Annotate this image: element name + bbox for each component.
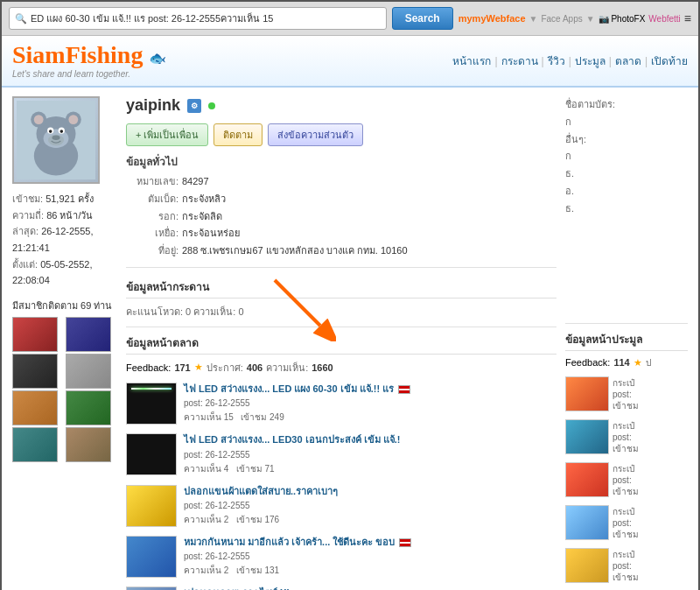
follow-button[interactable]: ติดตาม <box>214 123 262 146</box>
hook-label: เหยื่อ: <box>126 225 178 242</box>
mywebface-logo[interactable]: mymyWebface <box>458 13 526 24</box>
right-feedback-label: Feedback: <box>565 357 610 368</box>
listing-meta-3: post: 26-12-2555ความเห็น 2 เข้าชม 176 <box>184 499 556 527</box>
followers-text: มีสมาชิกติดตาม 69 ท่าน <box>12 298 117 313</box>
sidebar-info-2: กระเป๋post:เข้าชม <box>612 419 639 455</box>
profile-username-row: yaipink ⚙ <box>126 96 556 115</box>
address-val: 288 ซ.เพชรเกษม67 แขวงหลักสอง บางแค กทม. … <box>182 242 408 260</box>
hook-val: กระจ้อนหร่อย <box>182 225 240 242</box>
sidebar-listing-4: กระเป๋post:เข้าชม <box>565 505 688 541</box>
right-label1: ชื่อตามบัตร: <box>565 99 615 109</box>
follower-thumb-4 <box>66 354 111 389</box>
browser-window: 🔍 ED แผง 60-30 เข้ม แจ้.!! แร post: 26-1… <box>0 0 700 590</box>
flag-icon-1 <box>398 385 410 394</box>
right-market-title: ข้อมูลหน้าประมูล <box>565 331 688 351</box>
profile-left: เข้าชม: 51,921 ครั้ง ความถี่: 86 หน้า/วั… <box>12 96 117 590</box>
forum-stats: คะแนนโหวด: 0 ความเห็น: 0 <box>126 304 556 320</box>
feedback-num: 171 <box>174 362 190 373</box>
nav-sep2: | <box>542 55 544 67</box>
follower-thumb-6 <box>66 390 111 425</box>
right-feedback-line: Feedback: 114 ★ ป <box>565 356 688 369</box>
right-label2: อื่นๆ: <box>565 134 586 144</box>
sidebar-thumb-5 <box>565 548 609 583</box>
member-no-val: 84297 <box>182 173 209 191</box>
nav-open[interactable]: เปิดท้าย <box>651 53 688 69</box>
listing-title-1[interactable]: ไฟ LED สว่างแรงง... LED แผง 60-30 เข้ม แ… <box>184 383 556 395</box>
listing-info-5: เปลนอนลายพราง ไซส์ XL post: 26-12-2555คว… <box>184 586 556 590</box>
announce-label: ประกาศ: <box>206 360 243 376</box>
right-divider <box>565 323 688 324</box>
sidebar-thumb-4 <box>565 505 609 540</box>
sidebar-thumb-1 <box>565 376 609 411</box>
views-val: 1660 <box>312 362 332 373</box>
follower-thumb-3 <box>12 354 58 389</box>
posts-val: 86 หน้า/วัน <box>46 210 93 221</box>
profile-avatar <box>12 96 100 184</box>
listing-item-1: ไฟ LED สว่างแรงง... LED แผง 60-30 เข้ม แ… <box>126 383 556 425</box>
sep2: ▼ <box>586 14 595 24</box>
toolbar-icons: mymyWebface ▼ Face Apps ▼ 📷 PhotoFX Webf… <box>458 11 691 25</box>
nav-home[interactable]: หน้าแรก <box>452 53 491 69</box>
listing-thumb-4 <box>126 536 177 578</box>
right-val5: ธ. <box>565 200 688 218</box>
listing-title-4[interactable]: หมวกกันหนาม มาอีกแล้ว เจ้าคร้า... ใช้ดีน… <box>184 536 556 548</box>
add-friend-button[interactable]: + เพิ่มเป็นเพื่อน <box>126 123 208 146</box>
address-bar[interactable]: 🔍 ED แผง 60-30 เข้ม แจ้.!! แร post: 26-1… <box>9 7 387 30</box>
market-left-section: ข้อมูลหน้าตลาด Feedback: 171 ★ ประกาศ: 4… <box>126 334 556 590</box>
listing-item-2: ไฟ LED สว่างแรงง... LED30 เอนกประสงค์ เข… <box>126 433 556 475</box>
listing-item-4: หมวกกันหนาม มาอีกแล้ว เจ้าคร้า... ใช้ดีน… <box>126 536 556 578</box>
right-val3: ธ. <box>565 165 688 183</box>
follower-thumb-5 <box>12 390 58 425</box>
role-label: รอก: <box>126 208 178 226</box>
followed-section: มีสมาชิกติดตาม 69 ท่าน <box>12 298 117 462</box>
photofx-label[interactable]: 📷 PhotoFX <box>598 14 646 24</box>
hook-row: เหยื่อ: กระจ้อนหร่อย <box>126 225 556 242</box>
profile-stats: เข้าชม: 51,921 ครั้ง ความถี่: 86 หน้า/วั… <box>12 191 117 289</box>
right-val4: อ. <box>565 183 688 200</box>
listing-title-3[interactable]: ปลอกแขนผ้าแตดใส่สบาย..ราคาเบาๆ <box>184 485 556 497</box>
search-button[interactable]: Search <box>392 7 453 30</box>
nav-market[interactable]: ตลาด <box>615 53 641 69</box>
sep1: ▼ <box>529 14 538 24</box>
face-apps-label[interactable]: Face Apps <box>541 14 582 24</box>
sidebar-listing-2: กระเป๋post:เข้าชม <box>565 419 688 455</box>
profile-right: yaipink ⚙ + เพิ่มเป็นเพื่อน ติดตาม ส่งข้… <box>126 96 556 590</box>
forum-section-title: ข้อมูลหน้ากระดาน <box>126 278 556 299</box>
general-info-title: ข้อมูลทั่วไป <box>126 153 556 170</box>
listing-info-3: ปลอกแขนผ้าแตดใส่สบาย..ราคาเบาๆ post: 26-… <box>184 485 556 527</box>
svg-point-13 <box>48 135 64 146</box>
listing-title-2[interactable]: ไฟ LED สว่างแรงง... LED30 เอนกประสงค์ เข… <box>184 433 556 446</box>
nav-sep3: | <box>569 55 571 67</box>
feedback-line: Feedback: 171 ★ ประกาศ: 406 ความเห็น: 16… <box>126 360 556 376</box>
rank-val: กระจังหลิว <box>182 191 226 208</box>
role-row: รอก: กระจัดลิด <box>126 208 556 226</box>
right-p-label: ป <box>646 356 651 369</box>
member-no-row: หมายเลข: 84297 <box>126 173 556 191</box>
follower-thumb-8 <box>66 427 111 462</box>
message-button[interactable]: ส่งข้อความส่วนตัว <box>268 123 363 146</box>
site-logo: SiamFishing 🐟 Let's share and learn toge… <box>12 43 166 79</box>
listing-meta-4: post: 26-12-2555ความเห็น 2 เข้าชม 131 <box>184 550 556 578</box>
member-no-label: หมายเลข: <box>126 173 178 191</box>
listing-info-2: ไฟ LED สว่างแรงง... LED30 เอนกประสงค์ เข… <box>184 433 556 475</box>
svg-point-10 <box>49 130 52 133</box>
logo-text: SiamFishing 🐟 <box>12 43 166 67</box>
listing-item-5: เปลนอนลายพราง ไซส์ XL post: 26-12-2555คว… <box>126 586 556 590</box>
posts-label: ความถี่: <box>12 210 44 221</box>
announce-val: 406 <box>247 362 262 373</box>
registered-label: ตั้งแต่: <box>12 259 38 270</box>
sidebar-thumb-2 <box>565 419 609 454</box>
svg-point-5 <box>34 115 44 124</box>
listing-title-5[interactable]: เปลนอนลายพราง ไซส์ XL <box>184 586 556 590</box>
visits-label: เข้าชม: <box>12 193 43 204</box>
webfetti-label[interactable]: Webfetti <box>648 14 681 24</box>
nav-review[interactable]: รีวิว <box>548 53 565 69</box>
listing-thumb-3 <box>126 485 177 527</box>
profile-main-row: เข้าชม: 51,921 ครั้ง ความถี่: 86 หน้า/วั… <box>12 96 688 590</box>
nav-auction[interactable]: ประมูล <box>575 53 606 69</box>
menu-icon[interactable]: ≡ <box>684 11 691 25</box>
tagline: Let's share and learn together. <box>12 69 166 79</box>
nav-board[interactable]: กระดาน <box>501 53 538 69</box>
listing-meta-2: post: 26-12-2555ความเห็น 4 เข้าชม 71 <box>184 448 556 476</box>
listing-item-3: ปลอกแขนผ้าแตดใส่สบาย..ราคาเบาๆ post: 26-… <box>126 485 556 527</box>
